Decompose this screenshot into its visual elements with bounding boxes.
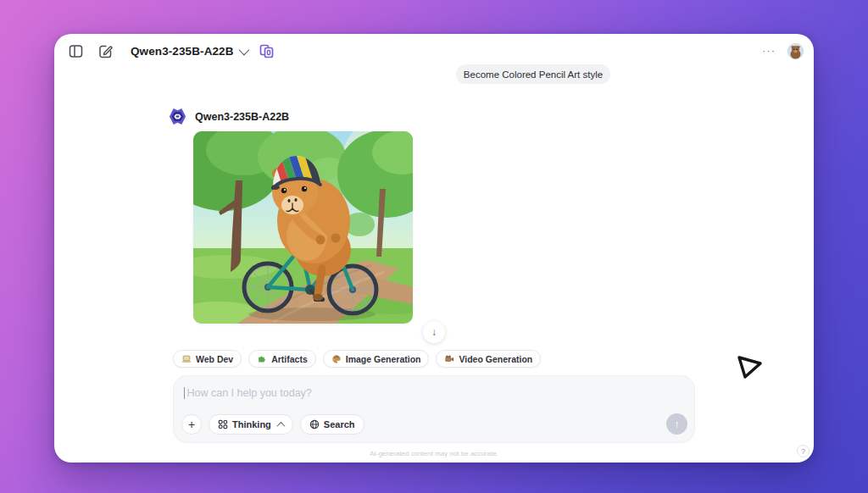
- composer-panel[interactable]: + Thinking: [173, 375, 695, 443]
- model-selector[interactable]: Qwen3-235B-A22B: [131, 45, 247, 58]
- plus-icon: +: [188, 418, 195, 431]
- assistant-name: Qwen3-235B-A22B: [195, 111, 289, 123]
- send-arrow-icon: ↑: [674, 418, 680, 430]
- chip-label: Artifacts: [271, 354, 308, 364]
- avatar-capybara-icon: [787, 43, 804, 59]
- new-chat-button[interactable]: [96, 42, 114, 60]
- thinking-toggle[interactable]: Thinking: [209, 414, 293, 435]
- user-avatar[interactable]: [787, 43, 804, 59]
- capybara-bicycle-illustration: [193, 131, 413, 324]
- generated-image-capybara[interactable]: [193, 131, 413, 324]
- disclaimer-text: AI-generated content may not be accurate…: [173, 450, 695, 457]
- prompt-input[interactable]: [186, 387, 684, 399]
- camera-icon: [444, 354, 454, 364]
- desktop-background: Qwen3-235B-A22B ···: [0, 0, 868, 493]
- chevron-up-icon: [276, 421, 285, 429]
- user-message-bubble: Become Colored Pencil Art style: [456, 64, 610, 84]
- chip-artifacts[interactable]: Artifacts: [248, 350, 316, 368]
- model-name: Qwen3-235B-A22B: [131, 45, 234, 58]
- palette-icon: [331, 354, 342, 364]
- chevron-down-icon: [238, 44, 249, 55]
- compose-icon: [98, 44, 113, 58]
- help-button[interactable]: ?: [797, 445, 810, 457]
- qwen-logo-icon: [168, 107, 187, 126]
- prompt-row: [184, 385, 684, 401]
- chip-label: Web Dev: [196, 354, 233, 364]
- model-compare-button[interactable]: [258, 42, 276, 60]
- question-mark-icon: ?: [801, 447, 805, 456]
- thinking-label: Thinking: [232, 419, 271, 429]
- search-toggle[interactable]: Search: [300, 414, 364, 435]
- chip-label: Image Generation: [346, 354, 421, 364]
- more-options-button[interactable]: ···: [762, 47, 776, 55]
- download-image-button[interactable]: ↓: [423, 321, 445, 343]
- overlapping-cards-icon: [259, 43, 275, 59]
- suggestion-chips: Web Dev Artifacts Image Generation: [173, 350, 541, 368]
- sidebar-toggle-icon: [69, 44, 83, 58]
- chip-web-dev[interactable]: Web Dev: [173, 350, 242, 368]
- qwen-chat-window: Qwen3-235B-A22B ···: [54, 34, 814, 463]
- download-arrow-icon: ↓: [431, 326, 437, 338]
- send-button[interactable]: ↑: [666, 413, 687, 435]
- window-header: Qwen3-235B-A22B ···: [66, 40, 804, 62]
- chip-label: Video Generation: [459, 354, 532, 364]
- assistant-message-header: Qwen3-235B-A22B: [168, 107, 289, 126]
- puzzle-icon: [257, 354, 267, 364]
- search-label: Search: [324, 419, 355, 429]
- chip-video-generation[interactable]: Video Generation: [436, 350, 541, 368]
- sidebar-toggle-button[interactable]: [66, 42, 85, 60]
- composer-tools: + Thinking: [181, 414, 364, 435]
- attach-plus-button[interactable]: +: [181, 414, 202, 435]
- chip-image-generation[interactable]: Image Generation: [323, 350, 430, 368]
- laptop-icon: [181, 354, 192, 364]
- header-left-group: Qwen3-235B-A22B: [66, 42, 276, 60]
- globe-icon: [309, 419, 320, 429]
- thinking-grid-icon: [218, 419, 228, 429]
- text-caret: [184, 387, 185, 399]
